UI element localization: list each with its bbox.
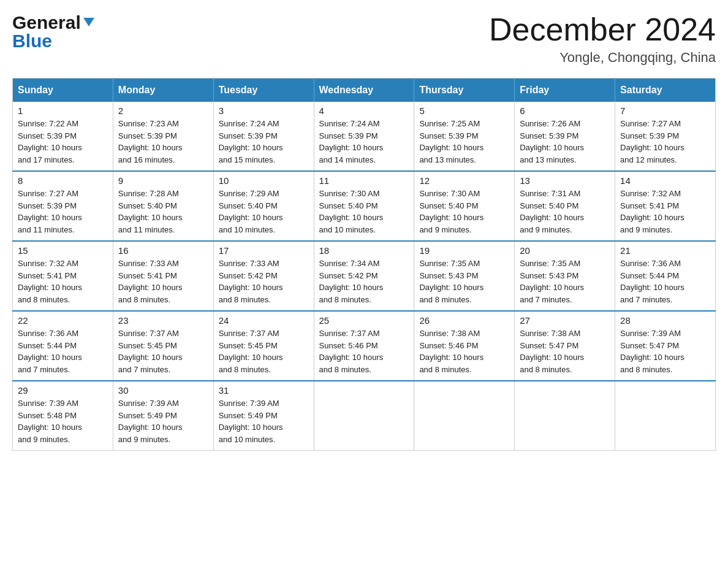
day-info: Sunrise: 7:39 AMSunset: 5:47 PMDaylight:… [620, 327, 710, 375]
day-number: 18 [319, 245, 409, 256]
calendar-cell: 7 Sunrise: 7:27 AMSunset: 5:39 PMDayligh… [615, 102, 716, 171]
location-subtitle: Yongle, Chongqing, China [489, 50, 716, 66]
day-info: Sunrise: 7:28 AMSunset: 5:40 PMDaylight:… [118, 188, 208, 236]
day-number: 6 [520, 105, 610, 116]
day-number: 16 [118, 245, 208, 256]
calendar-cell: 27 Sunrise: 7:38 AMSunset: 5:47 PMDaylig… [515, 311, 615, 381]
day-info: Sunrise: 7:35 AMSunset: 5:43 PMDaylight:… [419, 258, 509, 305]
day-info: Sunrise: 7:23 AMSunset: 5:39 PMDaylight:… [118, 118, 208, 166]
page-header: General Blue December 2024 Yongle, Chong… [12, 12, 716, 66]
day-info: Sunrise: 7:27 AMSunset: 5:39 PMDaylight:… [620, 118, 710, 166]
col-header-tuesday: Tuesday [213, 79, 314, 102]
day-number: 19 [419, 245, 509, 256]
calendar-cell: 18 Sunrise: 7:34 AMSunset: 5:42 PMDaylig… [314, 241, 414, 311]
day-number: 20 [520, 245, 610, 256]
title-block: December 2024 Yongle, Chongqing, China [489, 12, 716, 66]
day-number: 1 [18, 105, 108, 116]
col-header-wednesday: Wednesday [314, 79, 414, 102]
calendar-cell: 14 Sunrise: 7:32 AMSunset: 5:41 PMDaylig… [615, 171, 716, 241]
day-info: Sunrise: 7:34 AMSunset: 5:42 PMDaylight:… [319, 258, 409, 305]
calendar-cell: 25 Sunrise: 7:37 AMSunset: 5:46 PMDaylig… [314, 311, 414, 381]
calendar-cell: 30 Sunrise: 7:39 AMSunset: 5:49 PMDaylig… [113, 381, 213, 451]
day-number: 12 [419, 175, 509, 186]
calendar-cell: 15 Sunrise: 7:32 AMSunset: 5:41 PMDaylig… [13, 241, 113, 311]
day-info: Sunrise: 7:29 AMSunset: 5:40 PMDaylight:… [219, 188, 309, 236]
calendar-week-row: 22 Sunrise: 7:36 AMSunset: 5:44 PMDaylig… [13, 311, 716, 381]
calendar-cell: 13 Sunrise: 7:31 AMSunset: 5:40 PMDaylig… [515, 171, 615, 241]
col-header-friday: Friday [515, 79, 615, 102]
day-info: Sunrise: 7:35 AMSunset: 5:43 PMDaylight:… [520, 258, 610, 305]
day-number: 11 [319, 175, 409, 186]
day-info: Sunrise: 7:30 AMSunset: 5:40 PMDaylight:… [419, 188, 509, 236]
calendar-cell: 12 Sunrise: 7:30 AMSunset: 5:40 PMDaylig… [414, 171, 515, 241]
logo: General Blue [12, 12, 96, 52]
day-number: 8 [18, 175, 108, 186]
logo-general: General [12, 12, 81, 33]
day-info: Sunrise: 7:36 AMSunset: 5:44 PMDaylight:… [18, 327, 108, 375]
calendar-cell: 22 Sunrise: 7:36 AMSunset: 5:44 PMDaylig… [13, 311, 113, 381]
calendar-cell: 3 Sunrise: 7:24 AMSunset: 5:39 PMDayligh… [213, 102, 314, 171]
calendar-cell: 2 Sunrise: 7:23 AMSunset: 5:39 PMDayligh… [113, 102, 213, 171]
day-number: 10 [219, 175, 309, 186]
day-number: 30 [118, 385, 208, 396]
calendar-cell: 10 Sunrise: 7:29 AMSunset: 5:40 PMDaylig… [213, 171, 314, 241]
day-number: 25 [319, 315, 409, 326]
day-info: Sunrise: 7:24 AMSunset: 5:39 PMDaylight:… [319, 118, 409, 166]
day-number: 15 [18, 245, 108, 256]
day-number: 14 [620, 175, 710, 186]
day-number: 26 [419, 315, 509, 326]
day-number: 17 [219, 245, 309, 256]
calendar-header-row: SundayMondayTuesdayWednesdayThursdayFrid… [13, 79, 716, 102]
day-info: Sunrise: 7:22 AMSunset: 5:39 PMDaylight:… [18, 118, 108, 166]
calendar-cell [414, 381, 515, 451]
calendar-cell [615, 381, 716, 451]
day-info: Sunrise: 7:39 AMSunset: 5:49 PMDaylight:… [219, 397, 309, 445]
calendar-cell: 21 Sunrise: 7:36 AMSunset: 5:44 PMDaylig… [615, 241, 716, 311]
day-info: Sunrise: 7:24 AMSunset: 5:39 PMDaylight:… [219, 118, 309, 166]
day-info: Sunrise: 7:37 AMSunset: 5:46 PMDaylight:… [319, 327, 409, 375]
day-info: Sunrise: 7:33 AMSunset: 5:41 PMDaylight:… [118, 258, 208, 305]
calendar-cell: 9 Sunrise: 7:28 AMSunset: 5:40 PMDayligh… [113, 171, 213, 241]
day-info: Sunrise: 7:36 AMSunset: 5:44 PMDaylight:… [620, 258, 710, 305]
col-header-monday: Monday [113, 79, 213, 102]
day-info: Sunrise: 7:37 AMSunset: 5:45 PMDaylight:… [118, 327, 208, 375]
day-info: Sunrise: 7:33 AMSunset: 5:42 PMDaylight:… [219, 258, 309, 305]
day-number: 4 [319, 105, 409, 116]
calendar-week-row: 8 Sunrise: 7:27 AMSunset: 5:39 PMDayligh… [13, 171, 716, 241]
calendar-cell: 6 Sunrise: 7:26 AMSunset: 5:39 PMDayligh… [515, 102, 615, 171]
day-info: Sunrise: 7:38 AMSunset: 5:46 PMDaylight:… [419, 327, 509, 375]
calendar-cell: 11 Sunrise: 7:30 AMSunset: 5:40 PMDaylig… [314, 171, 414, 241]
day-number: 23 [118, 315, 208, 326]
calendar-cell: 26 Sunrise: 7:38 AMSunset: 5:46 PMDaylig… [414, 311, 515, 381]
day-info: Sunrise: 7:32 AMSunset: 5:41 PMDaylight:… [18, 258, 108, 305]
calendar-cell: 31 Sunrise: 7:39 AMSunset: 5:49 PMDaylig… [213, 381, 314, 451]
calendar-cell: 16 Sunrise: 7:33 AMSunset: 5:41 PMDaylig… [113, 241, 213, 311]
calendar-cell: 8 Sunrise: 7:27 AMSunset: 5:39 PMDayligh… [13, 171, 113, 241]
day-number: 27 [520, 315, 610, 326]
day-info: Sunrise: 7:25 AMSunset: 5:39 PMDaylight:… [419, 118, 509, 166]
calendar-cell [314, 381, 414, 451]
calendar-cell: 1 Sunrise: 7:22 AMSunset: 5:39 PMDayligh… [13, 102, 113, 171]
day-number: 31 [219, 385, 309, 396]
calendar-cell: 5 Sunrise: 7:25 AMSunset: 5:39 PMDayligh… [414, 102, 515, 171]
svg-marker-0 [83, 18, 94, 26]
day-info: Sunrise: 7:32 AMSunset: 5:41 PMDaylight:… [620, 188, 710, 236]
day-number: 13 [520, 175, 610, 186]
day-info: Sunrise: 7:31 AMSunset: 5:40 PMDaylight:… [520, 188, 610, 236]
day-number: 22 [18, 315, 108, 326]
calendar-week-row: 15 Sunrise: 7:32 AMSunset: 5:41 PMDaylig… [13, 241, 716, 311]
calendar-week-row: 29 Sunrise: 7:39 AMSunset: 5:48 PMDaylig… [13, 381, 716, 451]
col-header-thursday: Thursday [414, 79, 515, 102]
logo-triangle-icon [82, 15, 96, 29]
calendar-cell: 19 Sunrise: 7:35 AMSunset: 5:43 PMDaylig… [414, 241, 515, 311]
day-number: 24 [219, 315, 309, 326]
day-number: 21 [620, 245, 710, 256]
calendar-cell: 17 Sunrise: 7:33 AMSunset: 5:42 PMDaylig… [213, 241, 314, 311]
day-number: 28 [620, 315, 710, 326]
day-number: 29 [18, 385, 108, 396]
day-info: Sunrise: 7:27 AMSunset: 5:39 PMDaylight:… [18, 188, 108, 236]
month-year-title: December 2024 [489, 12, 716, 47]
day-info: Sunrise: 7:26 AMSunset: 5:39 PMDaylight:… [520, 118, 610, 166]
calendar-cell [515, 381, 615, 451]
calendar-table: SundayMondayTuesdayWednesdayThursdayFrid… [12, 78, 716, 451]
